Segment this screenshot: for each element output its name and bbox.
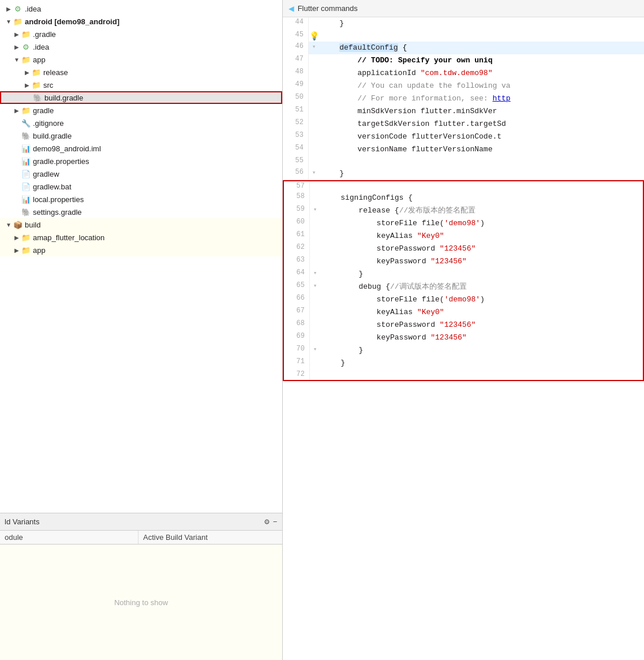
code-line-67: 67 keyAlias "Key0": [283, 306, 644, 319]
tree-label: demo98_android.iml: [33, 144, 101, 153]
build-variants-title: ld Variants: [5, 517, 39, 526]
fold-gutter[interactable]: [310, 319, 320, 331]
folder-icon: 📁: [21, 30, 31, 39]
code-line-71: 71 }: [283, 357, 644, 370]
fold-gutter[interactable]: ▾: [309, 42, 319, 54]
code-content: release {//发布版本的签名配置: [320, 204, 643, 217]
comment: // For more information, see: http: [357, 94, 510, 103]
tree-label: gradlew.bat: [33, 182, 72, 191]
line-number: 57: [284, 181, 310, 192]
code-line-44: 44 }: [283, 17, 644, 30]
string-value: "123456": [440, 244, 475, 253]
fold-gutter[interactable]: [310, 243, 320, 255]
tree-item-gitignore[interactable]: 🔧 .gitignore: [0, 117, 282, 129]
fold-gutter[interactable]: [310, 357, 320, 370]
tree-label: .gitignore: [33, 119, 63, 128]
tree-item-local-props[interactable]: 📊 local.properties: [0, 193, 282, 206]
tree-arrow: ▼: [13, 57, 21, 63]
fold-gutter[interactable]: ▾: [310, 281, 320, 293]
tree-item-build[interactable]: ▼ 📦 build: [0, 218, 282, 231]
tree-item-android-root[interactable]: ▼ 📁 android [demo98_android]: [0, 15, 282, 28]
fold-gutter[interactable]: ▾: [310, 344, 320, 357]
code-content: signingConfigs {: [320, 192, 643, 204]
tree-item-idea-root[interactable]: ▶ ⚙ .idea: [0, 2, 282, 15]
code-line-58: 58 signingConfigs {: [283, 192, 644, 204]
gradle-icon: 🐘: [21, 132, 31, 140]
tree-item-build-gradle-root[interactable]: 🐘 build.gradle: [0, 129, 282, 142]
comment: //调试版本的签名配置: [390, 282, 467, 291]
fold-gutter[interactable]: [309, 118, 319, 130]
tree-item-iml[interactable]: 📊 demo98_android.iml: [0, 142, 282, 155]
tree-item-release[interactable]: ▶ 📁 release: [0, 66, 282, 79]
gear-icon[interactable]: ⚙: [264, 517, 269, 527]
tree-item-settings-gradle[interactable]: 🐘 settings.gradle: [0, 206, 282, 218]
bulb-icon[interactable]: 💡: [309, 31, 319, 41]
code-line-69: 69 keyPassword "123456": [283, 331, 644, 344]
tree-item-amap[interactable]: ▶ 📁 amap_flutter_location: [0, 231, 282, 244]
tree-item-app2[interactable]: ▶ 📁 app: [0, 244, 282, 256]
file-icon: 📄: [21, 182, 31, 191]
tree-label: build: [25, 221, 40, 229]
fold-gutter[interactable]: [309, 67, 319, 80]
code-content: storePassword "123456": [320, 319, 643, 331]
code-content: keyAlias "Key0": [320, 230, 643, 243]
line-number: 71: [284, 357, 310, 370]
fold-gutter[interactable]: [310, 306, 320, 319]
code-line-47: 47 // TODO: Specify your own uniq: [283, 54, 644, 67]
code-content: // TODO: Specify your own uniq: [319, 54, 644, 67]
fold-gutter[interactable]: ▾: [309, 167, 319, 180]
tree-item-build-gradle-app[interactable]: 🐘 build.gradle: [0, 91, 282, 104]
tree-item-src[interactable]: ▶ 📁 src: [0, 79, 282, 91]
tree-item-idea[interactable]: ▶ ⚙ .idea: [0, 40, 282, 53]
fold-gutter[interactable]: [309, 143, 319, 156]
gradle-icon: ⚙: [13, 5, 23, 13]
tree-item-gradle[interactable]: ▶ 📁 .gradle: [0, 28, 282, 40]
code-line-52: 52 targetSdkVersion flutter.targetSd: [283, 118, 644, 130]
line-number: 63: [284, 255, 310, 268]
fold-gutter[interactable]: ▾: [310, 268, 320, 281]
line-number: 69: [284, 331, 310, 344]
fold-gutter[interactable]: [309, 130, 319, 143]
fold-gutter[interactable]: [309, 92, 319, 105]
tree-item-gradlew[interactable]: 📄 gradlew: [0, 167, 282, 180]
fold-gutter[interactable]: [310, 230, 320, 243]
tree-label: android [demo98_android]: [25, 17, 119, 26]
link-text[interactable]: http: [492, 94, 510, 103]
string-value: "Key0": [417, 232, 444, 240]
fold-gutter[interactable]: [309, 156, 319, 167]
tree-arrow: ▼: [5, 222, 13, 228]
fold-gutter[interactable]: [310, 331, 320, 344]
fold-gutter[interactable]: ▾: [310, 204, 320, 217]
code-content: }: [320, 344, 643, 357]
code-content: [320, 181, 643, 192]
code-line-45: 45 💡: [283, 30, 644, 42]
code-line-66: 66 storeFile file('demo98'): [283, 293, 644, 306]
fold-gutter[interactable]: [310, 370, 320, 380]
minimize-icon[interactable]: –: [273, 517, 278, 527]
fold-gutter[interactable]: [310, 293, 320, 306]
tree-item-gradlew-bat[interactable]: 📄 gradlew.bat: [0, 180, 282, 193]
fold-gutter[interactable]: [309, 105, 319, 118]
code-line-64: 64 ▾ }: [283, 268, 644, 281]
code-content: [319, 156, 644, 167]
fold-gutter[interactable]: [309, 17, 319, 30]
tree-arrow: ▶: [23, 82, 31, 88]
tree-item-gradle-props[interactable]: 📊 gradle.properties: [0, 155, 282, 167]
tree-item-app[interactable]: ▼ 📁 app: [0, 53, 282, 66]
fold-gutter[interactable]: [310, 192, 320, 204]
code-line-49: 49 // You can update the following va: [283, 80, 644, 92]
fold-gutter[interactable]: 💡: [309, 30, 319, 42]
tree-label: app: [33, 246, 46, 255]
fold-gutter[interactable]: [309, 80, 319, 92]
line-number: 49: [283, 80, 309, 92]
header-icons: ⚙ –: [264, 517, 278, 527]
left-panel: ▶ ⚙ .idea ▼ 📁 android [demo98_android] ▶…: [0, 0, 283, 660]
fold-gutter[interactable]: [310, 217, 320, 230]
tree-item-gradle2[interactable]: ▶ 📁 gradle: [0, 104, 282, 117]
code-editor[interactable]: 44 } 45 💡 46 ▾ defaultConfig { 47 // TOD…: [283, 17, 644, 660]
string-value: "123456": [440, 320, 475, 329]
fold-gutter[interactable]: [309, 54, 319, 67]
fold-gutter[interactable]: [310, 255, 320, 268]
code-line-63: 63 keyPassword "123456": [283, 255, 644, 268]
fold-gutter[interactable]: [310, 181, 320, 192]
